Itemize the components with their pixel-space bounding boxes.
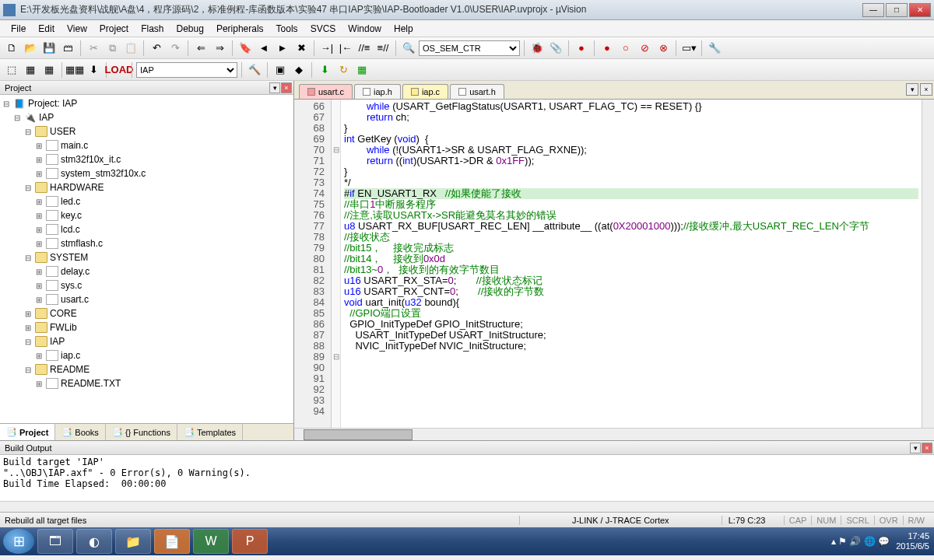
taskbar-app2-icon[interactable]: W — [193, 529, 229, 554]
find-select[interactable]: OS_SEM_CTR — [419, 40, 520, 56]
taskbar-folder-icon[interactable]: 📁 — [115, 529, 151, 554]
close-button[interactable]: ✕ — [909, 3, 931, 17]
tab-close-icon[interactable]: × — [920, 83, 932, 96]
menu-peripherals[interactable]: Peripherals — [210, 22, 270, 36]
batch-build-icon[interactable]: ▦▦ — [66, 61, 83, 79]
save-icon[interactable]: 💾 — [40, 40, 58, 57]
bo-pin-icon[interactable]: ▾ — [910, 443, 921, 453]
editor-tab-usart-h[interactable]: usart.h — [450, 84, 504, 99]
tree-file-led-c[interactable]: ⊞led.c — [2, 194, 292, 208]
kill-bp-icon[interactable]: ⊗ — [655, 40, 672, 57]
tree-file-stm32f10x_it-c[interactable]: ⊞stm32f10x_it.c — [2, 152, 292, 166]
horizontal-scrollbar[interactable] — [294, 428, 934, 440]
bookmark-icon[interactable]: 🔖 — [237, 40, 254, 57]
manage-rte-icon[interactable]: ◆ — [290, 61, 307, 79]
debug-icon[interactable]: 🐞 — [528, 40, 546, 57]
manage-icon[interactable]: ▣ — [272, 61, 289, 79]
build-output-text[interactable]: Build target 'IAP' "..\OBJ\IAP.axf" - 0 … — [0, 455, 934, 501]
taskbar-explorer-icon[interactable]: 🗔 — [37, 529, 73, 554]
vertical-scrollbar[interactable] — [922, 100, 934, 428]
save-all-icon[interactable]: 🗃 — [59, 40, 76, 57]
tree-group-system[interactable]: ⊟SYSTEM — [2, 250, 292, 264]
insert-icon[interactable]: 📎 — [547, 40, 564, 57]
tray-clock[interactable]: 17:45 2015/6/5 — [896, 531, 929, 551]
tree-file-stmflash-c[interactable]: ⊞stmflash.c — [2, 236, 292, 250]
download-icon[interactable]: ⬇ — [316, 61, 333, 79]
build-icon[interactable]: ⬚ — [3, 61, 20, 79]
panel-pin-icon[interactable]: ▾ — [269, 82, 280, 93]
erase-icon[interactable]: ↻ — [335, 61, 352, 79]
tree-file-sys-c[interactable]: ⊞sys.c — [2, 278, 292, 292]
tree-file-main-c[interactable]: ⊞main.c — [2, 138, 292, 152]
tree-file-system_stm32f10x-c[interactable]: ⊞system_stm32f10x.c — [2, 166, 292, 180]
menu-view[interactable]: View — [61, 22, 93, 36]
bo-scrollbar[interactable] — [0, 501, 934, 512]
nav-back-icon[interactable]: ⇐ — [192, 40, 209, 57]
editor-tab-iap-h[interactable]: iap.h — [354, 84, 401, 99]
record-icon[interactable]: ● — [599, 40, 616, 57]
tree-file-key-c[interactable]: ⊞key.c — [2, 208, 292, 222]
find-icon[interactable]: 🔍 — [400, 40, 417, 57]
start-button[interactable] — [3, 529, 34, 554]
menu-file[interactable]: File — [5, 22, 32, 36]
rebuild-icon[interactable]: ▦ — [40, 61, 58, 79]
breakpoint-icon[interactable]: ● — [573, 40, 590, 57]
tree-file-delay-c[interactable]: ⊞delay.c — [2, 264, 292, 278]
redo-icon[interactable]: ↷ — [167, 40, 184, 57]
undo-icon[interactable]: ↶ — [148, 40, 165, 57]
new-file-icon[interactable]: 🗋 — [3, 40, 20, 57]
panel-tab-functions[interactable]: 📑{} Functions — [106, 424, 177, 440]
uncomment-icon[interactable]: ≡// — [374, 40, 392, 57]
build-icon-2[interactable]: ▦ — [22, 61, 39, 79]
tree-project-root[interactable]: ⊟📘Project: IAP — [2, 96, 292, 110]
tray-icons[interactable]: ▴ ⚑ 🔊 🌐 💬 — [831, 536, 890, 547]
tree-group-readme[interactable]: ⊟README — [2, 362, 292, 376]
menu-flash[interactable]: Flash — [135, 22, 170, 36]
panel-tab-project[interactable]: 📑Project — [0, 424, 55, 440]
load-icon[interactable]: LOAD — [111, 61, 128, 79]
editor-tab-usart-c[interactable]: usart.c — [299, 84, 353, 99]
outdent-icon[interactable]: |← — [337, 40, 354, 57]
tree-group-hardware[interactable]: ⊟HARDWARE — [2, 180, 292, 194]
menu-project[interactable]: Project — [93, 22, 135, 36]
menu-window[interactable]: Window — [342, 22, 388, 36]
maximize-button[interactable]: □ — [886, 3, 908, 17]
tree-target[interactable]: ⊟🔌IAP — [2, 110, 292, 124]
nav-fwd-icon[interactable]: ⇒ — [211, 40, 228, 57]
flash-icon[interactable]: ▦ — [353, 61, 370, 79]
tree-file-lcd-c[interactable]: ⊞lcd.c — [2, 222, 292, 236]
configure-icon[interactable]: 🔧 — [706, 40, 723, 57]
bo-close-icon[interactable]: × — [922, 443, 932, 453]
taskbar-app1-icon[interactable]: ◐ — [76, 529, 112, 554]
tree-file-README-TXT[interactable]: ⊞README.TXT — [2, 376, 292, 390]
panel-close-icon[interactable]: × — [281, 82, 292, 93]
tree-group-core[interactable]: ⊞CORE — [2, 306, 292, 320]
tree-file-iap-c[interactable]: ⊞iap.c — [2, 348, 292, 362]
stop-record-icon[interactable]: ○ — [617, 40, 634, 57]
minimize-button[interactable]: — — [862, 3, 884, 17]
menu-help[interactable]: Help — [388, 22, 420, 36]
cut-icon[interactable]: ✂ — [85, 40, 102, 57]
taskbar-ppt-icon[interactable]: P — [232, 529, 268, 554]
bookmark-next-icon[interactable]: ► — [274, 40, 291, 57]
taskbar-pdf-icon[interactable]: 📄 — [154, 529, 190, 554]
disable-bp-icon[interactable]: ⊘ — [636, 40, 653, 57]
bookmark-clear-icon[interactable]: ✖ — [293, 40, 310, 57]
comment-icon[interactable]: //≡ — [356, 40, 373, 57]
panel-tab-templates[interactable]: 📑Templates — [177, 424, 243, 440]
menu-tools[interactable]: Tools — [270, 22, 304, 36]
panel-tab-books[interactable]: 📑Books — [55, 424, 106, 440]
tree-file-usart-c[interactable]: ⊞usart.c — [2, 292, 292, 306]
editor-tab-iap-c[interactable]: iap.c — [402, 84, 448, 99]
menu-debug[interactable]: Debug — [170, 22, 210, 36]
tree-group-iap[interactable]: ⊟IAP — [2, 334, 292, 348]
open-file-icon[interactable]: 📂 — [22, 40, 39, 57]
options-icon[interactable]: 🔨 — [246, 61, 263, 79]
tree-group-fwlib[interactable]: ⊞FWLib — [2, 320, 292, 334]
bookmark-prev-icon[interactable]: ◄ — [255, 40, 272, 57]
tab-dropdown-icon[interactable]: ▾ — [906, 83, 918, 96]
menu-edit[interactable]: Edit — [32, 22, 61, 36]
code-editor[interactable]: while (USART_GetFlagStatus(USART1, USART… — [341, 100, 922, 428]
tree-group-user[interactable]: ⊟USER — [2, 124, 292, 138]
translate-icon[interactable]: ⬇ — [85, 61, 102, 79]
